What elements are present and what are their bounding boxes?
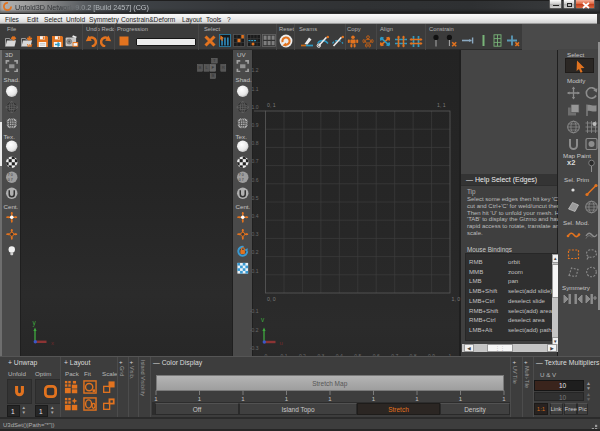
svg-text:0.6: 0.6 [251, 177, 258, 183]
svg-text:0.4: 0.4 [251, 213, 258, 219]
svg-text:-0.1: -0.1 [249, 308, 258, 314]
svg-text:y: y [32, 319, 36, 327]
svg-text:1, 0: 1, 0 [451, 296, 460, 302]
svg-text:0.1: 0.1 [251, 268, 258, 274]
svg-text:0.3: 0.3 [251, 231, 258, 237]
svg-text:R: R [221, 65, 224, 70]
svg-text:0.9: 0.9 [251, 122, 258, 128]
svg-text:-0.2: -0.2 [249, 327, 258, 333]
svg-text:0.5: 0.5 [251, 195, 258, 201]
svg-text:0.8: 0.8 [251, 140, 258, 146]
svg-text:x: x [51, 340, 54, 346]
svg-text:u: u [279, 340, 282, 346]
svg-text:0, 0: 0, 0 [267, 296, 276, 302]
svg-text:1, 1: 1, 1 [437, 102, 446, 108]
svg-text:-0.3: -0.3 [249, 345, 258, 351]
svg-text:0.7: 0.7 [251, 158, 258, 164]
svg-text:v: v [261, 316, 265, 323]
svg-text:B: B [211, 73, 214, 78]
svg-text:0.2: 0.2 [251, 249, 258, 255]
svg-text:0, 1: 0, 1 [267, 102, 276, 108]
svg-text:T: T [213, 58, 216, 63]
svg-text:B: B [198, 65, 201, 70]
svg-text:1.1: 1.1 [251, 86, 258, 92]
svg-text:1.2: 1.2 [251, 67, 258, 73]
svg-text:1.0: 1.0 [251, 104, 258, 110]
svg-text:F: F [211, 65, 214, 70]
